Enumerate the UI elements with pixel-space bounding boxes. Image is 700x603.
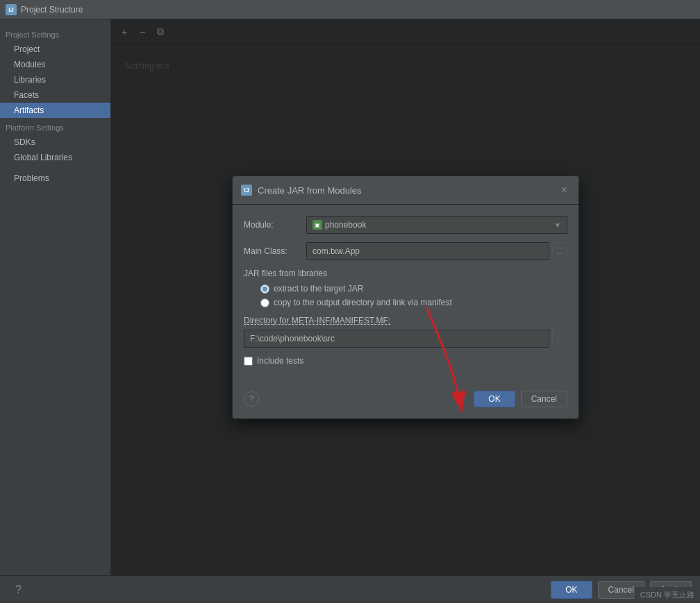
directory-section: Directory for META-INF/MANIFEST.MF: ...	[244, 316, 567, 348]
copy-label[interactable]: copy to the output directory and link vi…	[274, 298, 452, 307]
directory-input-field[interactable]	[244, 330, 549, 348]
module-select[interactable]: ▣ phonebook ▼	[306, 216, 567, 234]
main-class-control: ...	[306, 242, 567, 260]
main-class-input[interactable]	[312, 246, 543, 256]
main-layout: Project Settings Project Modules Librari…	[0, 19, 700, 575]
jar-files-label: JAR files from libraries	[244, 269, 567, 278]
sidebar-item-sdks[interactable]: SDKs	[0, 135, 110, 150]
dialog-body: Module: ▣ phonebook ▼	[233, 205, 578, 385]
main-class-label: Main Class:	[244, 246, 306, 256]
create-jar-dialog: IJ Create JAR from Modules × Module: ▣	[232, 176, 579, 419]
title-bar: IJ Project Structure	[0, 0, 700, 19]
directory-input[interactable]	[250, 334, 543, 343]
extract-option-row: extract to the target JAR	[247, 284, 567, 294]
main-class-row: Main Class: ...	[244, 242, 567, 260]
content-area: + − ⧉ Nothing to s IJ Create JAR from Mo…	[111, 19, 700, 575]
sidebar-item-artifacts[interactable]: Artifacts	[0, 103, 110, 118]
dialog-title: IJ Create JAR from Modules	[241, 185, 362, 196]
sidebar-item-libraries[interactable]: Libraries	[0, 72, 110, 87]
include-tests-row: Include tests	[244, 356, 567, 366]
app-icon: IJ	[6, 4, 17, 15]
sidebar: Project Settings Project Modules Librari…	[0, 19, 111, 575]
directory-browse-button[interactable]: ...	[552, 330, 567, 348]
extract-radio[interactable]	[260, 284, 269, 294]
help-button[interactable]: ?	[244, 391, 259, 407]
project-settings-label: Project Settings	[0, 25, 110, 42]
module-icon: ▣	[312, 220, 322, 230]
module-row: Module: ▣ phonebook ▼	[244, 216, 567, 234]
dialog-close-button[interactable]: ×	[558, 183, 570, 197]
watermark: CSDN 学无止路	[635, 587, 700, 603]
bottom-bar: ? OK Cancel Apply	[0, 575, 700, 603]
include-tests-checkbox[interactable]	[244, 357, 253, 366]
platform-settings-label: Platform Settings	[0, 118, 110, 135]
directory-label: Directory for META-INF/MANIFEST.MF:	[244, 316, 567, 325]
sidebar-item-facets[interactable]: Facets	[0, 87, 110, 103]
bottom-help-button[interactable]: ?	[8, 580, 28, 600]
main-class-browse-button[interactable]: ...	[552, 242, 567, 260]
main-class-field[interactable]	[306, 242, 549, 260]
dialog-title-bar: IJ Create JAR from Modules ×	[233, 176, 578, 205]
module-control: ▣ phonebook ▼	[306, 216, 567, 234]
title-bar-text: Project Structure	[21, 5, 83, 15]
module-label: Module:	[244, 220, 306, 230]
dialog-cancel-button[interactable]: Cancel	[521, 391, 567, 407]
sidebar-item-modules[interactable]: Modules	[0, 57, 110, 72]
dialog-action-buttons: OK Cancel	[474, 391, 567, 407]
dialog-footer: ? OK Cancel	[233, 385, 578, 418]
sidebar-item-project[interactable]: Project	[0, 42, 110, 57]
dialog-icon: IJ	[241, 185, 252, 196]
copy-radio[interactable]	[260, 298, 269, 307]
bottom-ok-button[interactable]: OK	[551, 581, 592, 599]
directory-field: ...	[244, 330, 567, 348]
sidebar-item-global-libraries[interactable]: Global Libraries	[0, 150, 110, 165]
jar-files-options: extract to the target JAR copy to the ou…	[244, 284, 567, 307]
sidebar-item-problems[interactable]: Problems	[0, 171, 110, 186]
include-tests-label[interactable]: Include tests	[257, 356, 303, 366]
dialog-ok-button[interactable]: OK	[474, 391, 515, 407]
extract-label[interactable]: extract to the target JAR	[274, 284, 363, 294]
dropdown-arrow-icon: ▼	[554, 221, 561, 229]
modal-overlay: IJ Create JAR from Modules × Module: ▣	[111, 19, 700, 575]
copy-option-row: copy to the output directory and link vi…	[247, 298, 567, 307]
